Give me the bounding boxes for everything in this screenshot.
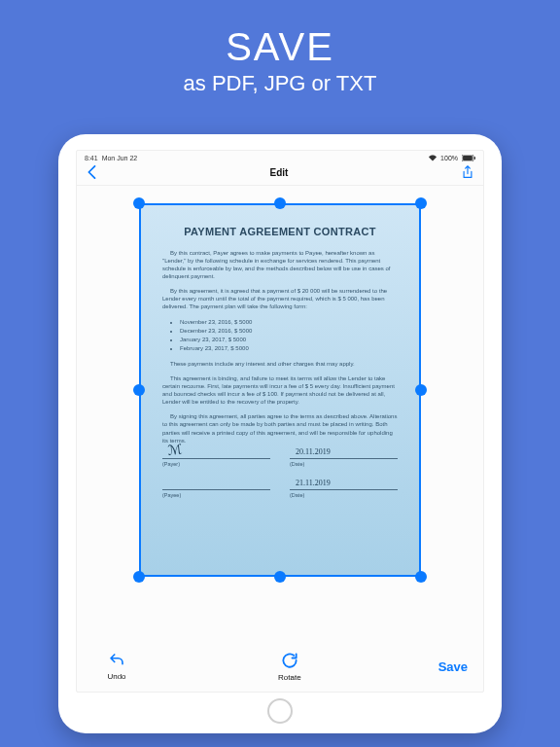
signature-payee: (Payee) [162, 489, 270, 499]
crop-handle-mid-right[interactable] [415, 384, 427, 396]
status-time: 8:41 [85, 155, 98, 161]
doc-title: PAYMENT AGREEMENT CONTRACT [162, 225, 398, 239]
signature-date: 21.11.2019 (Date) [290, 489, 398, 499]
battery-percent: 100% [440, 155, 458, 161]
crop-handle-top-right[interactable] [415, 197, 427, 209]
rotate-label: Rotate [278, 673, 301, 682]
crop-handle-bottom-left[interactable] [133, 571, 145, 583]
app-screen: 8:41 Mon Jun 22 100% Edit [76, 150, 484, 693]
crop-handle-mid-left[interactable] [133, 384, 145, 396]
doc-paragraph: This agreement is binding, and failure t… [162, 374, 398, 406]
crop-handle-bottom-right[interactable] [415, 571, 427, 583]
battery-icon [462, 155, 475, 161]
doc-list-item: November 23, 2016, $ 5000 [180, 318, 398, 326]
nav-bar: Edit [77, 161, 483, 186]
crop-handle-bottom-mid[interactable] [274, 571, 286, 583]
doc-list-item: February 23, 2017, $ 5000 [180, 344, 398, 352]
doc-paragraph: By this agreement, it is agreed that a p… [162, 287, 398, 310]
crop-handle-top-mid[interactable] [274, 197, 286, 209]
scanned-document: PAYMENT AGREEMENT CONTRACT By this contr… [139, 203, 421, 577]
share-button[interactable] [462, 165, 473, 179]
undo-label: Undo [107, 672, 125, 681]
undo-icon [107, 652, 126, 669]
signature-date-value: 20.11.2019 [296, 447, 331, 458]
save-button[interactable]: Save [438, 659, 468, 674]
doc-list-item: January 23, 2017, $ 5000 [180, 336, 398, 343]
signature-payer: ℳ (Payer) [162, 458, 270, 468]
promo-title: SAVE [0, 25, 560, 69]
doc-list-item: December 23, 2016, $ 5000 [180, 327, 398, 335]
svg-rect-1 [463, 156, 472, 160]
crop-frame[interactable]: PAYMENT AGREEMENT CONTRACT By this contr… [139, 203, 421, 577]
bottom-toolbar: Undo Rotate Save [77, 643, 483, 692]
doc-paragraph: These payments include any interest and … [162, 360, 398, 368]
doc-paragraph: By this contract, Payer agrees to make p… [162, 249, 398, 280]
home-button[interactable] [267, 698, 293, 724]
signature-mark: ℳ [167, 441, 184, 460]
wifi-icon [429, 155, 437, 161]
svg-rect-2 [474, 157, 475, 160]
crop-handle-top-left[interactable] [133, 197, 145, 209]
rotate-button[interactable]: Rotate [265, 651, 314, 682]
back-button[interactable] [87, 165, 96, 179]
status-date: Mon Jun 22 [102, 155, 138, 161]
undo-button[interactable]: Undo [92, 652, 141, 681]
canvas-area: PAYMENT AGREEMENT CONTRACT By this contr… [77, 186, 483, 643]
status-bar: 8:41 Mon Jun 22 100% [77, 151, 483, 161]
signature-date: 20.11.2019 (Date) [290, 458, 398, 468]
doc-paragraph: By signing this agreement, all parties a… [162, 412, 398, 444]
signature-date-value: 21.11.2019 [296, 479, 331, 489]
tablet-frame: 8:41 Mon Jun 22 100% Edit [58, 134, 502, 733]
doc-list: November 23, 2016, $ 5000 December 23, 2… [180, 318, 398, 352]
rotate-icon [279, 651, 300, 670]
nav-title: Edit [270, 167, 289, 178]
promo-subtitle: as PDF, JPG or TXT [0, 71, 560, 96]
